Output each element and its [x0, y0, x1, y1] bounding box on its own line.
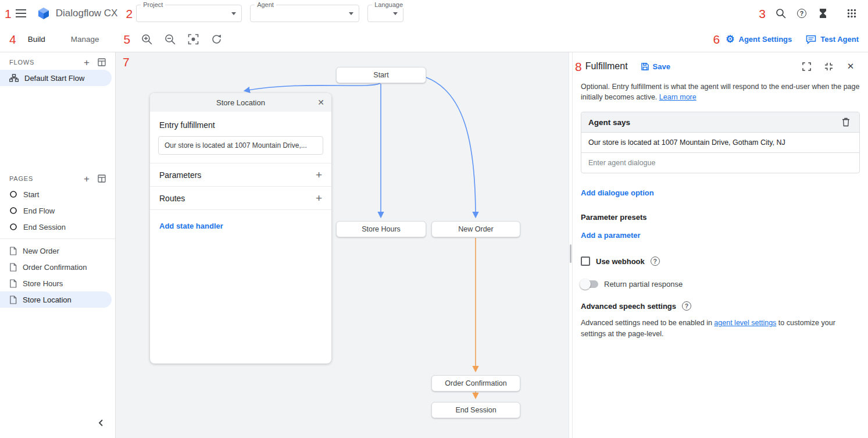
parameters-label: Parameters: [159, 170, 201, 180]
return-partial-response-label: Return partial response: [604, 280, 683, 289]
hamburger-icon: [16, 9, 26, 17]
page-item-label: End Flow: [23, 206, 55, 215]
agent-says-message[interactable]: Our store is located at 1007 Mountain Dr…: [581, 132, 859, 152]
agent-says-card: Agent says Our store is located at 1007 …: [581, 112, 860, 173]
zoom-in-button[interactable]: [137, 30, 156, 49]
node-end-session[interactable]: End Session: [431, 402, 520, 418]
search-button[interactable]: [771, 4, 790, 23]
agent-select-label: Agent: [255, 1, 276, 8]
app-title: Dialogflow CX: [56, 8, 118, 19]
project-select[interactable]: Project: [136, 5, 242, 22]
zoom-in-icon: [141, 34, 152, 45]
grid-view-icon: [98, 175, 106, 183]
annotation-2: 2: [126, 8, 133, 20]
center-focus-button[interactable]: [184, 30, 202, 49]
project-select-label: Project: [141, 1, 165, 8]
circle-icon: [9, 206, 17, 215]
pages-grid-view-button[interactable]: [94, 171, 109, 186]
resize-grip[interactable]: [570, 244, 571, 263]
agent-select[interactable]: Agent: [250, 5, 359, 22]
add-state-handler-link[interactable]: Add state handler: [159, 222, 223, 230]
close-panel-button[interactable]: ✕: [841, 57, 860, 76]
add-route-icon[interactable]: +: [316, 193, 322, 204]
agent-level-settings-link[interactable]: agent level settings: [714, 319, 776, 327]
exit-fullscreen-button[interactable]: [819, 57, 838, 76]
add-flow-button[interactable]: +: [79, 55, 94, 70]
sidebar: FLOWS + Default Start Flow PAGES + St: [0, 52, 116, 438]
sidebar-item-end-session[interactable]: End Session: [0, 219, 115, 235]
sidebar-item-start[interactable]: Start: [0, 186, 115, 202]
page-item-label: New Order: [23, 247, 59, 255]
zoom-out-button[interactable]: [160, 30, 179, 49]
edge-start-to-new-order: [426, 77, 476, 217]
chevron-down-icon: [231, 12, 236, 15]
help-icon[interactable]: ?: [682, 301, 691, 311]
entry-fulfillment-text[interactable]: Our store is located at 1007 Mountain Dr…: [158, 136, 323, 155]
exit-fullscreen-icon: [824, 62, 833, 71]
trash-icon: [842, 117, 850, 127]
save-label: Save: [653, 62, 670, 71]
add-page-button[interactable]: +: [79, 171, 94, 186]
collapse-sidebar-button[interactable]: [92, 414, 110, 432]
agent-settings-label: Agent Settings: [739, 35, 792, 44]
use-webhook-checkbox[interactable]: [581, 257, 590, 266]
sidebar-item-store-hours[interactable]: Store Hours: [0, 275, 115, 291]
test-agent-button[interactable]: Test Agent: [806, 35, 859, 44]
flows-header-label: FLOWS: [9, 59, 34, 66]
sidebar-item-default-start-flow[interactable]: Default Start Flow: [0, 70, 112, 86]
advanced-settings-note: Advanced settings need to be enabled in …: [581, 318, 860, 340]
store-location-card: Store Location ✕ Entry fulfillment Our s…: [150, 93, 331, 364]
store-location-card-header[interactable]: Store Location ✕: [150, 93, 331, 112]
plus-icon: +: [84, 174, 90, 184]
chat-icon: [806, 35, 816, 44]
flows-section-header: FLOWS +: [0, 55, 115, 70]
save-button[interactable]: Save: [641, 62, 670, 71]
sidebar-item-store-location[interactable]: Store Location: [0, 291, 112, 308]
close-icon[interactable]: ✕: [317, 93, 324, 112]
add-dialogue-option-link[interactable]: Add dialogue option: [581, 188, 654, 197]
panel-resize-handle[interactable]: [569, 52, 573, 438]
sidebar-item-new-order[interactable]: New Order: [0, 243, 115, 259]
pages-section: PAGES + Start End Flow End Session: [0, 171, 115, 308]
help-icon[interactable]: ?: [651, 257, 660, 266]
sidebar-item-end-flow[interactable]: End Flow: [0, 202, 115, 219]
tab-manage[interactable]: Manage: [63, 27, 108, 52]
panel-title: Fulfillment: [585, 61, 628, 72]
node-order-confirmation[interactable]: Order Confirmation: [431, 375, 520, 391]
node-store-hours[interactable]: Store Hours: [336, 221, 426, 237]
node-new-order[interactable]: New Order: [431, 221, 520, 237]
use-webhook-label: Use webhook: [596, 257, 645, 266]
page-icon: [9, 279, 17, 288]
toolbar-right-actions: 6 ⚙ Agent Settings Test Agent: [713, 33, 859, 45]
parameters-row[interactable]: Parameters +: [150, 163, 331, 186]
delete-agent-says-button[interactable]: [840, 116, 852, 128]
dialogue-input[interactable]: [581, 153, 859, 173]
reset-zoom-button[interactable]: [207, 30, 226, 49]
help-button[interactable]: ?: [792, 4, 811, 23]
routes-label: Routes: [159, 194, 185, 203]
flow-icon: [9, 74, 19, 83]
menu-button[interactable]: [12, 4, 30, 23]
sidebar-item-order-confirmation[interactable]: Order Confirmation: [0, 259, 115, 275]
close-icon: ✕: [847, 61, 855, 72]
flows-grid-view-button[interactable]: [94, 55, 109, 70]
learn-more-link[interactable]: Learn more: [659, 93, 696, 101]
node-start[interactable]: Start: [336, 67, 426, 83]
tab-build[interactable]: Build: [20, 27, 53, 52]
add-a-parameter-link[interactable]: Add a parameter: [581, 231, 641, 240]
routes-row[interactable]: Routes +: [150, 186, 331, 209]
agent-settings-button[interactable]: ⚙ Agent Settings: [726, 34, 792, 44]
fullscreen-button[interactable]: [797, 57, 816, 76]
language-select[interactable]: Language: [367, 5, 403, 22]
flow-item-label: Default Start Flow: [24, 74, 84, 83]
annotation-5: 5: [124, 33, 131, 45]
apps-grid-button[interactable]: [842, 4, 861, 23]
reset-zoom-icon: [211, 34, 222, 45]
header-actions: 3 ?: [759, 4, 861, 23]
add-parameter-icon[interactable]: +: [316, 169, 322, 180]
agent-says-header: Agent says: [581, 112, 859, 132]
parameter-presets-label: Parameter presets: [581, 213, 860, 222]
flow-canvas[interactable]: 7 Start Store Hours New Order Order Conf…: [116, 52, 569, 438]
hourglass-button[interactable]: [813, 4, 832, 23]
return-partial-response-toggle[interactable]: [581, 280, 598, 288]
